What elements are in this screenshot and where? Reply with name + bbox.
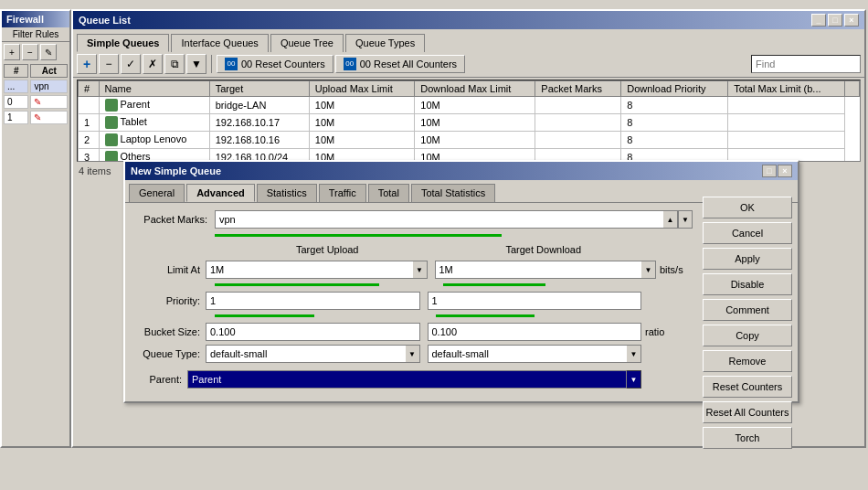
sidebar-edit-btn[interactable]: ✎	[40, 44, 57, 60]
apply-button[interactable]: Apply	[703, 248, 792, 270]
queue-type-upload-wrap: ▼	[206, 345, 420, 363]
new-simple-queue-dialog: New Simple Queue □ × General Advanced St…	[123, 160, 799, 403]
packet-marks-down-arrow[interactable]: ▼	[678, 210, 693, 229]
table-cell: 10M	[309, 97, 415, 114]
queue-type-row: Queue Type: ▼ ▼	[132, 345, 693, 363]
table-cell: bridge-LAN	[209, 97, 309, 114]
queue-type-download-wrap: ▼	[428, 345, 642, 363]
parent-select[interactable]: Parent	[187, 370, 627, 389]
queue-type-upload[interactable]	[206, 345, 406, 363]
tab-total[interactable]: Total	[368, 184, 409, 202]
cancel-button[interactable]: Cancel	[703, 222, 792, 244]
limit-at-upload-dropdown[interactable]: ▼	[413, 261, 428, 279]
toolbar-divider	[211, 55, 212, 73]
queue-type-download[interactable]	[428, 345, 628, 363]
item-count: 4 items	[79, 165, 111, 176]
bucket-size-upload[interactable]	[206, 323, 420, 341]
ok-button[interactable]: OK	[703, 197, 792, 218]
close-btn[interactable]: ×	[844, 14, 859, 27]
queue-table: # Name Target Upload Max Limit Download …	[78, 80, 860, 162]
remove-btn[interactable]: −	[99, 54, 119, 74]
progress-bar	[215, 234, 502, 237]
limit-at-download[interactable]	[435, 261, 642, 279]
priority-unit-spacer2	[641, 314, 693, 317]
tab-queue-types[interactable]: Queue Types	[345, 34, 425, 52]
priority-label: Priority:	[132, 295, 206, 306]
reset-counters-btn[interactable]: 00 00 Reset Counters	[217, 55, 333, 73]
remove-button[interactable]: Remove	[703, 350, 792, 372]
tab-general[interactable]: General	[129, 184, 185, 202]
bucket-size-download[interactable]	[428, 323, 642, 341]
reset-all-counters-btn[interactable]: 00 00 Reset All Counters	[335, 55, 465, 73]
parent-label: Parent:	[132, 374, 187, 385]
tab-interface-queues[interactable]: Interface Queues	[171, 34, 268, 52]
dialog-maximize-btn[interactable]: □	[762, 165, 777, 177]
find-input[interactable]	[751, 55, 861, 73]
comment-button[interactable]: Comment	[703, 299, 792, 321]
sidebar-cell-id: ...	[4, 80, 28, 93]
packet-marks-input-wrap: ▲ ▼	[215, 210, 693, 229]
reset-all-icon: 00	[344, 58, 356, 70]
sidebar-row-1: 1 ✎	[4, 111, 68, 124]
dialog-buttons-panel: OK Cancel Apply Disable Comment Copy Rem…	[697, 189, 798, 456]
row-icon	[105, 151, 118, 162]
limit-at-download-dropdown[interactable]: ▼	[641, 261, 656, 279]
table-cell: 1	[79, 114, 100, 132]
check-btn[interactable]: ✓	[121, 54, 141, 74]
priority-upload[interactable]	[206, 292, 420, 310]
sidebar-add-btn[interactable]: +	[4, 44, 20, 60]
limit-at-upload[interactable]	[206, 261, 413, 279]
dialog-close-btn[interactable]: ×	[778, 165, 792, 177]
parent-select-wrap: Parent ▼	[187, 370, 641, 389]
bar-unit-spacer	[656, 282, 693, 286]
sidebar-remove-btn[interactable]: −	[22, 44, 38, 60]
copy-button[interactable]: Copy	[703, 325, 792, 346]
filter-btn[interactable]: ▼	[186, 54, 206, 74]
reset-counters-label: 00 Reset Counters	[241, 59, 325, 69]
main-titlebar: Queue List _ □ ×	[73, 11, 864, 29]
parent-dropdown-btn[interactable]: ▼	[627, 370, 641, 389]
minimize-btn[interactable]: _	[811, 14, 826, 27]
table-row: 1Tablet192.168.10.1710M10M8	[79, 114, 860, 132]
tab-simple-queues[interactable]: Simple Queues	[77, 34, 169, 52]
tab-statistics[interactable]: Statistics	[257, 184, 317, 202]
parent-row: Parent: Parent ▼	[132, 370, 693, 389]
priority-upload-bar	[215, 314, 314, 317]
packet-marks-row: Packet Marks: ▲ ▼	[132, 210, 693, 229]
sidebar-cell-id-1: 1	[4, 111, 28, 124]
col-target: Target	[209, 81, 309, 97]
maximize-btn[interactable]: □	[828, 14, 842, 27]
table-cell: Laptop Lenovo	[99, 132, 209, 149]
limit-at-row: Limit At ▼ ▼ bits/s	[132, 261, 693, 279]
tab-total-statistics[interactable]: Total Statistics	[411, 184, 495, 202]
bar-gap	[429, 282, 436, 286]
uncheck-btn[interactable]: ✗	[143, 54, 163, 74]
dialog-controls: □ ×	[762, 165, 792, 177]
reset-counters-dialog-btn[interactable]: Reset Counters	[703, 376, 792, 398]
filter-rules-tab[interactable]: Filter Rules	[2, 27, 69, 42]
table-cell: Parent	[99, 97, 209, 114]
queue-type-download-dropdown[interactable]: ▼	[627, 345, 641, 363]
col-download-max: Download Max Limit	[415, 81, 535, 97]
sidebar-table: # Act ... vpn 0 ✎ 1 ✎	[2, 62, 69, 126]
tab-traffic[interactable]: Traffic	[319, 184, 366, 202]
copy-toolbar-btn[interactable]: ⧉	[164, 54, 185, 74]
table-cell: 2	[79, 132, 100, 149]
col-scroll	[845, 81, 860, 97]
add-btn[interactable]: +	[77, 54, 97, 74]
packet-marks-up-arrow[interactable]: ▲	[663, 210, 678, 229]
disable-button[interactable]: Disable	[703, 273, 792, 295]
sidebar-cell-edit-0[interactable]: ✎	[30, 95, 68, 109]
unit-spacer	[656, 244, 693, 255]
bucket-size-row: Bucket Size: ratio	[132, 323, 693, 341]
tab-queue-tree[interactable]: Queue Tree	[270, 34, 344, 52]
priority-download[interactable]	[428, 292, 642, 310]
upload-progress	[215, 283, 379, 286]
sidebar-cell-edit-1[interactable]: ✎	[30, 111, 68, 124]
packet-marks-input[interactable]	[215, 210, 663, 229]
tab-advanced[interactable]: Advanced	[186, 184, 255, 202]
torch-button[interactable]: Torch	[703, 427, 792, 449]
reset-all-counters-dialog-btn[interactable]: Reset All Counters	[703, 401, 792, 423]
queue-type-upload-dropdown[interactable]: ▼	[406, 345, 420, 363]
col-upload-max: Upload Max Limit	[309, 81, 415, 97]
